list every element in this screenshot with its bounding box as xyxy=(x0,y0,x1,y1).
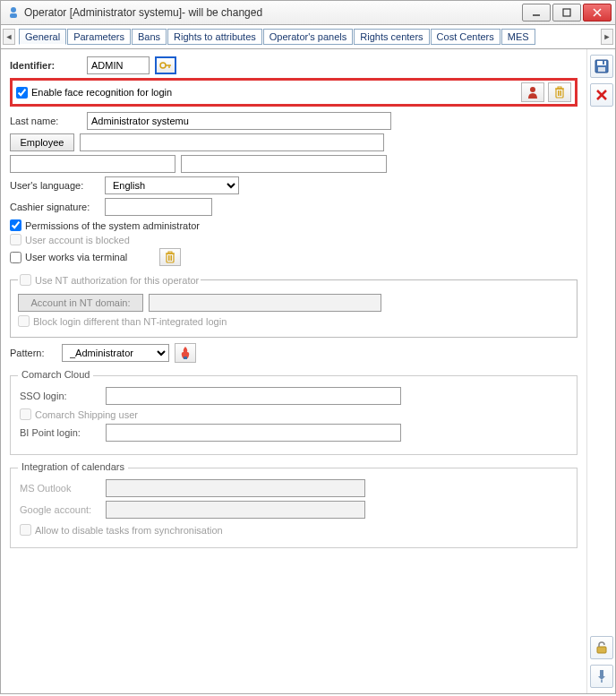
account-blocked-checkbox xyxy=(10,234,21,245)
employee-input[interactable] xyxy=(80,133,384,151)
nt-auth-legend: Use NT authorization for this operator xyxy=(35,275,199,286)
save-button[interactable] xyxy=(590,55,613,78)
tab-bans[interactable]: Bans xyxy=(132,29,167,45)
user-language-label: User's language: xyxy=(10,180,99,191)
face-recognition-checkbox[interactable] xyxy=(16,87,28,99)
ms-outlook-label: MS Outlook xyxy=(20,483,100,494)
tab-strip: ◄ General Parameters Bans Rights to attr… xyxy=(0,25,616,49)
shipping-label: Comarch Shipping user xyxy=(35,409,138,420)
google-account-label: Google account: xyxy=(20,504,100,515)
svg-rect-18 xyxy=(168,252,172,253)
bi-point-label: BI Point login: xyxy=(20,427,100,438)
nt-auth-checkbox xyxy=(20,274,31,286)
svg-rect-22 xyxy=(184,357,187,359)
sso-login-label: SSO login: xyxy=(20,391,100,401)
app-icon xyxy=(6,5,21,20)
cancel-button[interactable] xyxy=(590,83,613,107)
nt-account-button: Account in NT domain: xyxy=(18,294,143,312)
window-title: Operator [Administrator systemu]- will b… xyxy=(24,6,522,19)
calendars-legend: Integration of calendars xyxy=(18,461,128,472)
account-blocked-label: User account is blocked xyxy=(25,235,130,245)
tabs-container: General Parameters Bans Rights to attrib… xyxy=(19,29,597,45)
identifier-label: Identifier: xyxy=(10,60,81,71)
perm-sysadmin-checkbox[interactable] xyxy=(10,219,21,231)
perm-sysadmin-label: Permissions of the system administrator xyxy=(25,220,200,231)
pattern-select[interactable]: _Administrator xyxy=(62,344,169,362)
pattern-action-icon-button[interactable] xyxy=(175,343,196,363)
terminal-checkbox[interactable] xyxy=(10,252,21,263)
title-bar: Operator [Administrator systemu]- will b… xyxy=(0,0,616,25)
svg-rect-25 xyxy=(598,67,605,72)
face-recognition-highlight: Enable face recognition for login xyxy=(10,78,578,107)
last-name-input[interactable] xyxy=(87,112,391,130)
employee-button[interactable]: Employee xyxy=(10,133,74,151)
svg-rect-1 xyxy=(10,13,17,18)
ms-outlook-input xyxy=(106,479,365,497)
face-person-icon-button[interactable] xyxy=(521,82,544,102)
sso-login-input[interactable] xyxy=(106,387,401,405)
tab-scroll-right[interactable]: ► xyxy=(601,29,613,45)
tab-parameters[interactable]: Parameters xyxy=(67,29,131,45)
pin-button[interactable] xyxy=(590,665,613,688)
tab-rights-attributes[interactable]: Rights to attributes xyxy=(167,29,262,45)
unlock-button[interactable] xyxy=(590,636,613,659)
terminal-label: User works via terminal xyxy=(25,252,127,262)
svg-rect-12 xyxy=(558,87,561,89)
maximize-button[interactable] xyxy=(552,4,581,21)
form-area: Identifier: Enable face recognition for … xyxy=(1,49,586,693)
allow-disable-tasks-checkbox xyxy=(20,524,31,536)
nt-block-login-checkbox xyxy=(18,315,30,327)
pattern-label: Pattern: xyxy=(10,348,56,358)
svg-marker-31 xyxy=(598,676,605,680)
face-recognition-label: Enable face recognition for login xyxy=(31,87,172,98)
bi-point-input[interactable] xyxy=(106,424,401,442)
cloud-legend: Comarch Cloud xyxy=(18,369,93,380)
tab-cost-centers[interactable]: Cost Centers xyxy=(431,29,500,45)
cashier-signature-label: Cashier signature: xyxy=(10,202,99,212)
svg-rect-29 xyxy=(597,647,606,653)
svg-rect-3 xyxy=(563,9,570,16)
svg-rect-26 xyxy=(603,61,604,64)
svg-point-9 xyxy=(530,87,535,92)
terminal-delete-icon-button[interactable] xyxy=(159,248,181,266)
minimize-button[interactable] xyxy=(522,4,551,21)
calendars-group: Integration of calendars MS Outlook Goog… xyxy=(10,468,578,548)
svg-point-6 xyxy=(160,63,166,68)
cashier-signature-input[interactable] xyxy=(105,198,212,216)
tab-operators-panels[interactable]: Operator's panels xyxy=(263,29,353,45)
face-delete-icon-button[interactable] xyxy=(548,82,571,102)
svg-rect-30 xyxy=(600,670,603,676)
svg-rect-24 xyxy=(597,61,606,65)
tab-mes[interactable]: MES xyxy=(501,29,535,45)
svg-point-0 xyxy=(11,7,16,13)
close-button[interactable] xyxy=(583,4,612,21)
last-name-label: Last name: xyxy=(10,116,81,126)
side-toolbar xyxy=(586,49,615,693)
blank-input-1[interactable] xyxy=(10,155,175,173)
shipping-checkbox xyxy=(20,408,31,420)
tab-rights-centers[interactable]: Rights centers xyxy=(354,29,429,45)
nt-auth-fieldset: Use NT authorization for this operator A… xyxy=(10,271,578,338)
blank-input-2[interactable] xyxy=(181,155,387,173)
nt-block-login-label: Block login different than NT-integrated… xyxy=(33,316,227,327)
user-language-select[interactable]: English xyxy=(105,176,239,194)
allow-disable-tasks-label: Allow to disable tasks from synchronisat… xyxy=(35,525,223,536)
google-account-input xyxy=(106,501,365,519)
keys-icon-button[interactable] xyxy=(155,56,176,74)
comarch-cloud-group: Comarch Cloud SSO login: Comarch Shippin… xyxy=(10,375,578,455)
tab-general[interactable]: General xyxy=(19,29,66,45)
identifier-input[interactable] xyxy=(87,56,150,74)
tab-scroll-left[interactable]: ◄ xyxy=(3,29,15,45)
nt-account-input xyxy=(149,294,381,312)
